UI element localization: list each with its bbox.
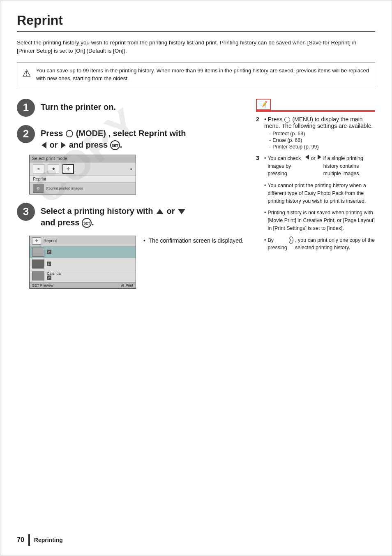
step-2-mid: , select Reprint with [108,129,186,138]
lcd2-row-1: P [30,246,136,258]
page-title: Reprint [17,13,375,32]
step-3-pre: Select a printing history with [41,206,153,215]
lcd2-badge-3: P [47,276,51,280]
right-note-2-item-2: Erase (p. 66) [269,137,375,143]
lcd2-row-1-info: P [47,250,133,254]
sm-right-arrow [318,155,321,160]
lcd2-bottom-set: SET Preview [32,283,53,287]
right-note-2: 2 • Press (MENU) to display the main men… [256,116,375,151]
mode-button-icon [66,130,73,137]
right-note-3-bullet-4: By pressing fn , you can print only one … [264,236,375,252]
footer-page-number: 70 [17,536,24,544]
step-3-or: or [167,206,178,215]
lcd2-row-2: L [30,258,136,270]
lcd1-title: Select print mode [30,155,136,162]
right-arrow-icon [61,142,66,148]
set-button-icon-2: SET [82,218,92,228]
lcd1-badge: ● [130,167,132,171]
warning-box: ⚠ You can save up to 99 items in the pri… [17,62,375,87]
step-3-header: 3 Select a printing history with or and … [17,203,246,228]
left-arrow-icon [42,142,46,148]
step-2-header: 2 Press (MODE) , select Reprint with or … [17,125,246,151]
right-note-3-bullet-1: You can check images by pressing or if a… [264,155,375,178]
lcd1-icon-3: ✛ [62,164,74,174]
lcd2-thumb-1 [32,248,44,257]
right-note-2-item-3: Printer Setup (p. 99) [269,144,375,150]
page-footer: 70 Reprinting [17,534,375,546]
lcd1-icons-row: ≈ ★ ✛ ● [30,162,136,176]
step-3-block: 3 Select a printing history with or and … [17,203,246,289]
step-3-bullet: • The confirmation screen is displayed. [143,236,244,245]
lcd1-sub-row: ⚙ Reprint printed images [30,183,136,194]
right-note-3: 3 You can check images by pressing or if… [256,155,375,256]
lcd-screen-2: ✛ Reprint P [29,236,136,289]
lcd2-bottom-print: 🖨 Print [121,283,133,287]
step-3-number: 3 [17,203,35,221]
right-col: 📝 2 • Press (MENU) to display the main m… [256,99,375,260]
footer-section-name: Reprinting [34,537,63,543]
step-3-content: ✛ Reprint P [17,232,246,289]
right-note-2-pre: • [264,116,268,123]
lcd2-header-label: Reprint [44,239,57,243]
lcd2-badge-2: L [47,262,51,266]
step-2-pre: Press [41,129,63,138]
intro-text: Select the printing history you wish to … [17,39,375,56]
right-note-2-content: • Press (MENU) to display the main menu.… [264,116,375,151]
lcd2-header: ✛ Reprint [30,236,136,246]
step-2-text: Press (MODE) , select Reprint with or an… [41,125,186,151]
warning-icon: ⚠ [22,67,31,79]
sm-left-arrow [305,155,309,160]
warning-text: You can save up to 99 items in the print… [36,67,370,83]
lcd2-thumb-3 [32,271,44,280]
memo-icon: 📝 [256,99,271,110]
footer-divider [28,534,30,546]
right-note-2-item-1: Protect (p. 63) [269,131,375,137]
set-button-icon: SET [110,140,120,150]
step-3-bullet-text: The confirmation screen is displayed. [149,237,244,244]
right-col-header: 📝 [256,99,375,112]
main-columns: 1 Turn the printer on. 2 Press (MODE) , … [17,99,375,297]
lcd2-bottom-bar: SET Preview 🖨 Print [30,282,136,288]
up-arrow-icon [156,209,164,214]
lcd1-icon-2: ★ [48,164,59,174]
lcd2-thumb-2 [32,259,44,269]
step-1-block: 1 Turn the printer on. [17,99,246,117]
right-note-2-mode: (MENU) [292,116,313,123]
lcd1-sub-icon: ⚙ [33,184,44,193]
lcd2-row-3-info: Calendar P [47,271,133,280]
lcd2-row-3: Calendar P [30,270,136,282]
step-3-end: and press [41,218,79,227]
step-2-mode: (MODE) [76,129,106,138]
lcd1-icon-1: ≈ [33,164,44,174]
lcd-screen-1: Select print mode ≈ ★ ✛ ● Reprint ⚙ Repr… [29,155,136,195]
right-note-2-list: Protect (p. 63) Erase (p. 66) Printer Se… [269,131,375,150]
right-menu-icon [284,117,290,123]
sm-func-icon: fn [289,236,293,244]
step-2-end: and press [69,140,108,149]
step-2-or: or [50,140,60,149]
lcd1-label: Reprint [30,176,136,183]
lcd1-sub-text: Reprint printed images [46,186,83,190]
step-2-number: 2 [17,125,35,143]
lcd2-row-2-info: L [47,262,133,266]
step-1-header: 1 Turn the printer on. [17,99,246,117]
step-1-text: Turn the printer on. [41,99,116,113]
right-note-2-text: Press [268,116,283,123]
down-arrow-icon [178,209,185,214]
lcd2-badge-1: P [47,250,51,254]
step-2-block: 2 Press (MODE) , select Reprint with or … [17,125,246,195]
lcd2-header-icon: ✛ [32,237,41,245]
lcd2-rows: P L [30,246,136,282]
step-3-text: Select a printing history with or and pr… [41,203,186,228]
left-col: 1 Turn the printer on. 2 Press (MODE) , … [17,99,246,297]
page: COPY Reprint Select the printing history… [0,0,392,556]
step-1-number: 1 [17,99,35,117]
right-note-2-num: 2 [256,116,262,151]
right-note-3-bullet-2: You cannot print the printing history wh… [264,182,375,205]
right-note-3-content: You can check images by pressing or if a… [264,155,375,256]
lcd2-row-3-label: Calendar [47,271,133,276]
right-note-3-num: 3 [256,155,262,256]
memo-bar [256,110,375,112]
right-note-3-bullet-3: Printing history is not saved when print… [264,209,375,232]
